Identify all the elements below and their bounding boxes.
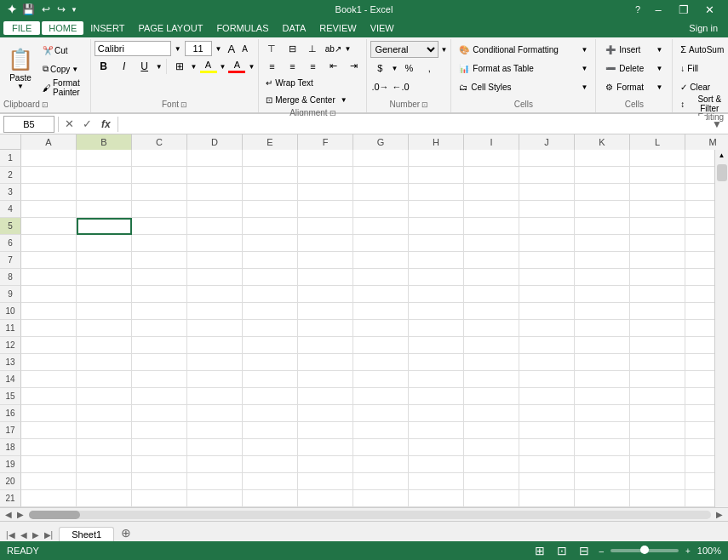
col-header-B[interactable]: B (77, 134, 132, 150)
number-format-select[interactable]: General (370, 41, 439, 58)
grid-cell[interactable] (575, 388, 630, 405)
sheet-nav-next[interactable]: ▶ (30, 529, 42, 541)
clipboard-expand-icon[interactable]: ⊡ (42, 100, 49, 109)
grid-cell[interactable] (464, 337, 519, 354)
grid-cell[interactable] (243, 320, 298, 337)
grid-cell[interactable] (132, 422, 187, 439)
grid-cell[interactable] (21, 150, 77, 167)
grid-cell[interactable] (409, 337, 464, 354)
grid-cell[interactable] (353, 150, 409, 167)
grid-cell[interactable] (243, 456, 298, 473)
grid-cell[interactable] (187, 388, 243, 405)
grid-cell[interactable] (132, 456, 187, 473)
grid-cell[interactable] (575, 252, 630, 269)
grid-cell[interactable] (575, 320, 630, 337)
grid-cell[interactable] (21, 201, 77, 218)
grid-cell[interactable] (685, 286, 714, 303)
grid-cell[interactable] (630, 167, 685, 184)
grid-cell[interactable] (187, 456, 243, 473)
grid-cell[interactable] (353, 320, 409, 337)
grid-cell[interactable] (187, 473, 243, 490)
grid-cell[interactable] (409, 456, 464, 473)
col-header-H[interactable]: H (409, 134, 464, 150)
grid-cell[interactable] (464, 235, 519, 252)
grid-cell[interactable] (685, 354, 714, 371)
grid-cell[interactable] (298, 235, 353, 252)
row-number-8[interactable]: 8 (0, 269, 21, 286)
percent-button[interactable]: % (399, 60, 418, 77)
grid-cell[interactable] (409, 371, 464, 388)
font-size-dropdown[interactable]: ▼ (214, 45, 224, 53)
italic-button[interactable]: I (115, 58, 134, 75)
grid-cell[interactable] (685, 235, 714, 252)
grid-cell[interactable] (630, 490, 685, 507)
grid-cell[interactable] (298, 150, 353, 167)
grid-cell[interactable] (575, 354, 630, 371)
grid-cell[interactable] (575, 337, 630, 354)
menu-item-home[interactable]: HOME (42, 21, 83, 35)
font-size-input[interactable] (185, 41, 212, 56)
col-header-K[interactable]: K (575, 134, 630, 150)
grid-cell[interactable] (132, 269, 187, 286)
grid-cell[interactable] (353, 354, 409, 371)
grid-cell[interactable] (353, 303, 409, 320)
grid-cell[interactable] (243, 184, 298, 201)
grid-cell[interactable] (77, 201, 132, 218)
grid-cell[interactable] (519, 456, 575, 473)
grid-cell[interactable] (409, 167, 464, 184)
grid-cell[interactable] (464, 167, 519, 184)
formula-cancel-button[interactable]: ✕ (62, 117, 77, 130)
align-top-button[interactable]: ⊤ (262, 41, 281, 57)
grid-cell[interactable] (519, 337, 575, 354)
grid-cell[interactable] (243, 354, 298, 371)
grid-cell[interactable] (353, 490, 409, 507)
formula-confirm-button[interactable]: ✓ (80, 117, 95, 130)
col-header-L[interactable]: L (630, 134, 685, 150)
sort-filter-button[interactable]: ↕ Sort & Filter ▼ (676, 95, 728, 112)
grid-cell[interactable] (77, 218, 132, 235)
grid-cell[interactable] (630, 286, 685, 303)
grid-cell[interactable] (519, 303, 575, 320)
grid-cell[interactable] (21, 269, 77, 286)
grid-cell[interactable] (464, 269, 519, 286)
grid-cell[interactable] (132, 201, 187, 218)
scroll-right-end-button[interactable]: ▶ (714, 510, 725, 519)
row-number-21[interactable]: 21 (0, 490, 21, 507)
grid-cell[interactable] (519, 150, 575, 167)
grid-cell[interactable] (353, 422, 409, 439)
grid-cell[interactable] (187, 405, 243, 422)
row-number-12[interactable]: 12 (0, 337, 21, 354)
grid-cell[interactable] (132, 337, 187, 354)
grid-cell[interactable] (187, 303, 243, 320)
grid-cell[interactable] (298, 490, 353, 507)
row-number-16[interactable]: 16 (0, 405, 21, 422)
grid-cell[interactable] (409, 184, 464, 201)
grid-cell[interactable] (243, 371, 298, 388)
grid-cell[interactable] (575, 218, 630, 235)
grid-cell[interactable] (298, 218, 353, 235)
grid-cell[interactable] (298, 371, 353, 388)
font-expand-icon[interactable]: ⊡ (181, 100, 187, 109)
grid-cell[interactable] (298, 354, 353, 371)
grid-cell[interactable] (77, 405, 132, 422)
grid-cell[interactable] (464, 201, 519, 218)
col-header-E[interactable]: E (243, 134, 298, 150)
grid-cell[interactable] (519, 235, 575, 252)
grid-cell[interactable] (353, 473, 409, 490)
grid-cell[interactable] (409, 490, 464, 507)
scroll-thumb[interactable] (717, 164, 727, 181)
format-as-table-button[interactable]: 📊 Format as Table ▼ (455, 60, 592, 77)
grid-cell[interactable] (298, 286, 353, 303)
grid-cell[interactable] (630, 354, 685, 371)
grid-cell[interactable] (630, 320, 685, 337)
grid-cell[interactable] (409, 303, 464, 320)
grid-cell[interactable] (77, 439, 132, 456)
row-number-6[interactable]: 6 (0, 235, 21, 252)
grid-cell[interactable] (77, 286, 132, 303)
grid-cell[interactable] (298, 388, 353, 405)
grid-cell[interactable] (409, 150, 464, 167)
grid-cell[interactable] (187, 490, 243, 507)
grid-cell[interactable] (298, 201, 353, 218)
sheet-tab-sheet1[interactable]: Sheet1 (59, 527, 114, 541)
align-middle-button[interactable]: ⊟ (283, 41, 301, 57)
